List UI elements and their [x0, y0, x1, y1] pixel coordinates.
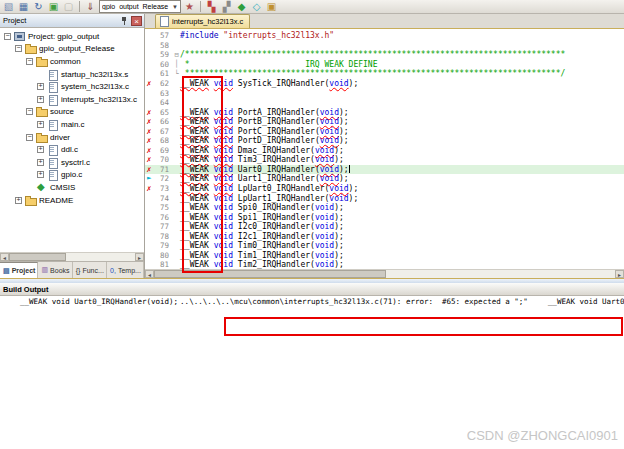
code-line[interactable]: ✗66__WEAK void PortB_IRQHandler(void);	[145, 117, 624, 127]
code-editor[interactable]: 57#include "interrupts_hc32l13x.h"5859⊟/…	[145, 29, 624, 269]
code-line[interactable]: ✗71__WEAK void Uart0_IRQHandler(void);	[145, 165, 624, 175]
sidebar-tab-func[interactable]: {}Func...	[73, 262, 107, 278]
tree-item[interactable]: +interrupts_hc32l13x.c	[0, 93, 144, 106]
code-line[interactable]: ►72__WEAK void Uart1_IRQHandler(void);	[145, 174, 624, 184]
tree-item[interactable]: −Project: gpio_output	[0, 30, 144, 43]
code-line[interactable]: 81__WEAK void Tim2_IRQHandler(void);	[145, 260, 624, 269]
code-line[interactable]: 75__WEAK void Spi0_IRQHandler(void);	[145, 203, 624, 213]
scroll-left-icon[interactable]: ◄	[0, 253, 9, 261]
code-line[interactable]: 78__WEAK void I2c1_IRQHandler(void);	[145, 231, 624, 241]
tree-expander-icon[interactable]: −	[26, 58, 33, 65]
tree-expander-icon[interactable]: +	[37, 96, 44, 103]
tree-item[interactable]: CMSIS	[0, 181, 144, 194]
tree-expander-icon[interactable]: −	[15, 45, 22, 52]
tree-expander-icon[interactable]: +	[37, 83, 44, 90]
code-line[interactable]: 77__WEAK void I2c0_IRQHandler(void);	[145, 222, 624, 232]
line-number: 63	[153, 89, 173, 98]
sidebar-horizontal-scrollbar[interactable]: ◄ ►	[0, 252, 144, 261]
code-line[interactable]: 76__WEAK void Spi1_IRQHandler(void);	[145, 212, 624, 222]
line-number: 71	[153, 165, 173, 174]
build-log-line[interactable]: __WEAK void Uart0_IRQHandler(void);	[0, 297, 178, 306]
rebuild-icon[interactable]: ↻	[32, 1, 45, 13]
code-line[interactable]: 64	[145, 98, 624, 108]
tree-item-label: Project: gpio_output	[28, 32, 99, 41]
tree-item[interactable]: +sysctrl.c	[0, 156, 144, 169]
code-line[interactable]: 61└ ************************************…	[145, 69, 624, 79]
tree-item[interactable]: −source	[0, 106, 144, 119]
tree-expander-icon[interactable]: +	[37, 121, 44, 128]
code-line[interactable]: 58	[145, 41, 624, 51]
code-line[interactable]: ✗67__WEAK void PortC_IRQHandler(void);	[145, 126, 624, 136]
code-line[interactable]: ✗73__WEAK void LpUart0_IRQHandler(void);	[145, 184, 624, 194]
tree-item-label: system_hc32l13x.c	[61, 82, 129, 91]
tree-item[interactable]: +README	[0, 194, 144, 207]
tree-item[interactable]: −gpio_output_Release	[0, 43, 144, 56]
stop-build-icon[interactable]: ▢	[62, 1, 75, 13]
scrollbar-thumb[interactable]	[9, 253, 66, 261]
code-line[interactable]: 63	[145, 88, 624, 98]
load-icon[interactable]: ⇓	[84, 1, 97, 13]
window-layout-icon[interactable]: ▞	[220, 1, 233, 13]
tree-expander-icon[interactable]: +	[15, 197, 22, 204]
code-line[interactable]: 74__WEAK void LpUart1_IRQHandler(void);	[145, 193, 624, 203]
editor-horizontal-scrollbar[interactable]: ◄ ►	[145, 269, 624, 278]
code-line[interactable]: ✗70__WEAK void Tim3_IRQHandler(void);	[145, 155, 624, 165]
books-icon: ▥	[41, 266, 48, 274]
code-line[interactable]: ✗62__WEAK void SysTick_IRQHandler(void);	[145, 79, 624, 89]
tree-item[interactable]: −driver	[0, 131, 144, 144]
close-icon[interactable]: ×	[131, 16, 142, 26]
tree-item[interactable]: +gpio.c	[0, 169, 144, 182]
runtime-environment-icon[interactable]: ◆	[235, 1, 248, 13]
tree-expander-icon[interactable]: −	[26, 134, 33, 141]
tree-item[interactable]: +main.c	[0, 118, 144, 131]
batch-build-icon[interactable]: ▣	[47, 1, 60, 13]
tree-item[interactable]: +system_hc32l13x.c	[0, 80, 144, 93]
tree-expander-icon[interactable]: +	[37, 146, 44, 153]
tree-expander-icon[interactable]: −	[4, 33, 11, 40]
target-select[interactable]: gpio_output_Release ▼	[99, 0, 181, 13]
code-line[interactable]: ✗69__WEAK void Dmac_IRQHandler(void);	[145, 146, 624, 156]
build-icon[interactable]: ▦	[17, 1, 30, 13]
scroll-left-icon[interactable]: ◄	[145, 270, 154, 278]
pin-icon[interactable]	[120, 16, 128, 25]
line-number: 67	[153, 127, 173, 136]
code-line[interactable]: 80__WEAK void Tim1_IRQHandler(void);	[145, 251, 624, 261]
tree-item[interactable]: +ddl.c	[0, 143, 144, 156]
build-output-header: Build Output	[0, 283, 624, 296]
manage-project-items-icon[interactable]: ▚	[205, 1, 218, 13]
folder-icon	[36, 107, 47, 116]
scroll-right-icon[interactable]: ►	[135, 253, 144, 261]
tree-item[interactable]: −common	[0, 55, 144, 68]
code-text: __WEAK void PortC_IRQHandler(void);	[180, 127, 624, 136]
code-line[interactable]: 59⊟/************************************…	[145, 50, 624, 60]
tree-expander-icon[interactable]: −	[26, 108, 33, 115]
scroll-right-icon[interactable]: ►	[615, 270, 624, 278]
line-number: 60	[153, 60, 173, 69]
scrollbar-thumb[interactable]	[154, 270, 386, 278]
build-log-line[interactable]: __WEAK void Uart0_IRQHandler(void);	[528, 297, 624, 306]
code-text: __WEAK void LpUart0_IRQHandler(void);	[180, 184, 624, 193]
pack-installer-icon[interactable]: ▣	[265, 1, 278, 13]
code-line[interactable]: ✗68__WEAK void PortD_IRQHandler(void);	[145, 136, 624, 146]
tree-expander-icon[interactable]: +	[37, 159, 44, 166]
code-text: __WEAK void Tim2_IRQHandler(void);	[180, 260, 624, 269]
document-tab[interactable]: interrupts_hc32l13x.c	[155, 14, 250, 28]
code-text: * IRQ WEAK DEFINE	[180, 60, 624, 69]
sidebar-tab-temp[interactable]: 0,Temp...	[107, 262, 144, 278]
sidebar-tab-project[interactable]: ▤Project	[0, 262, 38, 278]
code-line[interactable]: 60│ * IRQ WEAK DEFINE	[145, 60, 624, 70]
fold-marker-icon[interactable]: ⊟	[173, 51, 180, 59]
editor-pane: interrupts_hc32l13x.c 57#include "interr…	[145, 14, 624, 278]
code-line[interactable]: ✗65__WEAK void PortA_IRQHandler(void);	[145, 107, 624, 117]
build-log-line[interactable]: ..\..\..\..\mcu\common\interrupts_hc32l1…	[178, 297, 528, 306]
select-packs-icon[interactable]: ◇	[250, 1, 263, 13]
line-number: 77	[153, 222, 173, 231]
translate-icon[interactable]: ▧	[2, 1, 15, 13]
code-line[interactable]: 57#include "interrupts_hc32l13x.h"	[145, 31, 624, 41]
line-number: 62	[153, 79, 173, 88]
code-line[interactable]: 79__WEAK void Tim0_IRQHandler(void);	[145, 241, 624, 251]
target-options-icon[interactable]: ★	[183, 1, 196, 13]
tree-expander-icon[interactable]: +	[37, 171, 44, 178]
tree-item[interactable]: startup_hc32l13x.s	[0, 68, 144, 81]
sidebar-tab-books[interactable]: ▥Books	[38, 262, 72, 278]
